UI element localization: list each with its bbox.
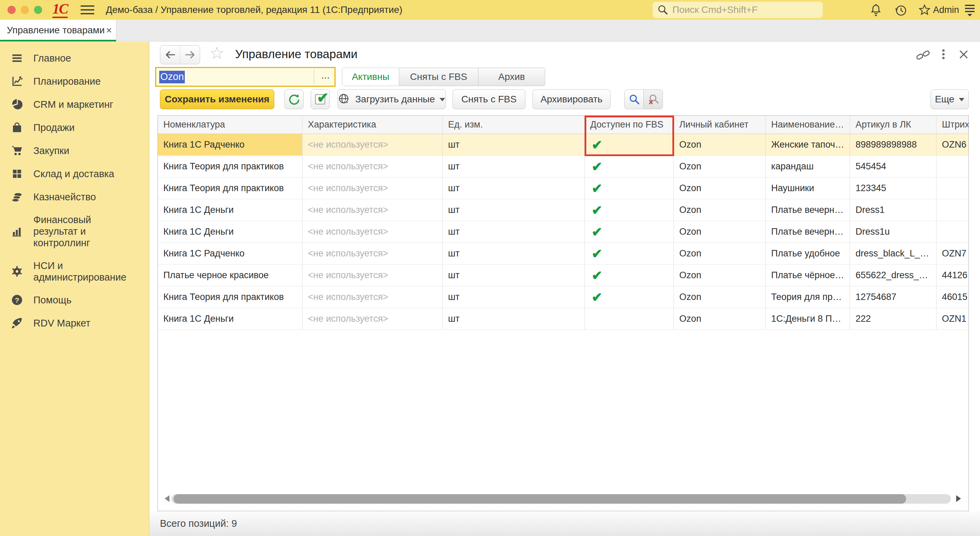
cell-barcode[interactable] [937, 178, 969, 199]
cell-fbs[interactable]: ✔ [585, 243, 674, 264]
sidebar-item-warehouse[interactable]: Склад и доставка [0, 162, 149, 186]
cell-barcode[interactable]: OZN7 [937, 243, 969, 264]
back-button[interactable] [160, 46, 180, 64]
cell-nomenclature[interactable]: Книга 1С Деньги [158, 199, 302, 221]
quick-filter-input[interactable]: Ozon ... [155, 67, 336, 87]
cell-nomenclature[interactable]: Книга 1С Радченко [158, 134, 302, 155]
cell-cabinet[interactable]: Ozon [674, 243, 765, 264]
more-actions-button[interactable]: Еще [931, 89, 969, 109]
cell-unit[interactable]: шт [443, 243, 585, 264]
cell-article[interactable]: 898989898988 [850, 134, 937, 155]
cell-characteristic[interactable]: <не используется> [302, 286, 443, 308]
tab-removed-from-fbs[interactable]: Сняты с FBS [399, 68, 479, 86]
cell-article[interactable]: 123345 [850, 178, 937, 199]
sidebar-item-purchases[interactable]: Закупки [0, 139, 149, 162]
cell-nomenclature[interactable]: Книга Теория для практиков [158, 178, 302, 199]
cell-fbs[interactable]: ✔ [585, 156, 674, 177]
sidebar-item-main[interactable]: Главное [0, 47, 149, 70]
scroll-right-arrow[interactable] [956, 495, 964, 502]
scrollbar-track[interactable] [172, 494, 951, 504]
col-nomenclature[interactable]: Номенклатура [158, 116, 302, 134]
cell-name[interactable]: Женские тапоч… [765, 134, 850, 155]
col-characteristic[interactable]: Характеристика [302, 116, 443, 134]
cell-characteristic[interactable]: <не используется> [302, 243, 443, 264]
cell-name[interactable]: Платье удобное [765, 243, 850, 264]
filter-more-button[interactable]: ... [321, 70, 330, 81]
cell-article[interactable]: 222 [850, 308, 937, 330]
tab-product-management[interactable]: Управление товарами × [0, 20, 116, 41]
refresh-button[interactable] [285, 89, 304, 109]
sidebar-item-treasury[interactable]: Казначейство [0, 186, 149, 208]
cancel-search-button[interactable] [643, 89, 663, 109]
cell-unit[interactable]: шт [443, 286, 585, 308]
history-icon[interactable] [894, 4, 907, 17]
cell-nomenclature[interactable]: Книга 1С Деньги [158, 221, 302, 243]
favorites-star-icon[interactable] [918, 4, 931, 17]
cell-nomenclature[interactable]: Книга Теория для практиков [158, 286, 302, 308]
cell-barcode[interactable]: 44126 [937, 265, 969, 286]
cell-name[interactable]: Платье чёрное… [765, 265, 850, 286]
scroll-left-arrow[interactable] [161, 495, 169, 502]
user-name-label[interactable]: Admin [933, 5, 959, 15]
get-link-icon[interactable] [916, 49, 931, 62]
tab-close-icon[interactable]: × [106, 25, 112, 35]
window-options-kebab-icon[interactable] [942, 48, 945, 60]
table-row[interactable]: Книга 1С Деньги<не используется>шт✔OzonП… [158, 221, 969, 243]
cell-article[interactable]: 545454 [850, 156, 937, 177]
sidebar-item-administration[interactable]: НСИ и администрирование [0, 254, 149, 289]
remove-from-fbs-button[interactable]: Снять с FBS [453, 89, 525, 109]
sidebar-item-help[interactable]: ? Помощь [0, 289, 149, 312]
cell-fbs[interactable]: ✔ [585, 265, 674, 286]
cell-barcode[interactable]: 46015 [937, 286, 969, 308]
cell-characteristic[interactable]: <не используется> [302, 308, 443, 330]
cell-unit[interactable]: шт [443, 134, 585, 155]
cell-cabinet[interactable]: Ozon [674, 308, 765, 330]
col-name[interactable]: Наименование… [765, 116, 850, 134]
cell-cabinet[interactable]: Ozon [674, 265, 765, 286]
cell-characteristic[interactable]: <не используется> [302, 265, 443, 286]
user-menu-icon[interactable] [964, 4, 976, 17]
cell-barcode[interactable] [937, 221, 969, 243]
main-menu-icon[interactable] [80, 5, 95, 15]
save-changes-button[interactable]: Сохранить изменения [160, 89, 274, 109]
cell-fbs[interactable]: ✔ [585, 221, 674, 243]
cell-name[interactable]: Платье вечерн… [765, 221, 850, 243]
cell-characteristic[interactable]: <не используется> [302, 199, 443, 221]
cell-name[interactable]: Наушники [765, 178, 850, 199]
cell-unit[interactable]: шт [443, 156, 585, 177]
cell-characteristic[interactable]: <не используется> [302, 134, 443, 155]
cell-unit[interactable]: шт [443, 199, 585, 221]
sidebar-item-sales[interactable]: Продажи [0, 116, 149, 139]
table-row[interactable]: Книга Теория для практиков<не использует… [158, 156, 969, 178]
cell-article[interactable]: Dress1 [850, 199, 937, 221]
cell-fbs[interactable]: ✔ [585, 134, 674, 155]
col-available-fbs[interactable]: Доступен по FBS [585, 116, 674, 134]
add-to-favorites-star-icon[interactable]: ☆ [209, 43, 224, 63]
cell-characteristic[interactable]: <не используется> [302, 221, 443, 243]
table-row[interactable]: Книга 1С Деньги<не используется>шт✔OzonП… [158, 199, 969, 221]
cell-name[interactable]: карандаш [765, 156, 850, 177]
table-row[interactable]: Платье черное красивое<не используется>ш… [158, 265, 969, 286]
cell-nomenclature[interactable]: Книга Теория для практиков [158, 156, 302, 177]
col-unit[interactable]: Ед. изм. [443, 116, 585, 134]
cell-article[interactable]: dress_black_L_… [850, 243, 937, 264]
cell-barcode[interactable] [937, 199, 969, 221]
cell-cabinet[interactable]: Ozon [674, 156, 765, 177]
global-search-input[interactable]: Поиск Cmd+Shift+F [653, 2, 823, 18]
cell-nomenclature[interactable]: Платье черное красивое [158, 265, 302, 286]
sidebar-item-planning[interactable]: Планирование [0, 70, 149, 93]
cell-unit[interactable]: шт [443, 178, 585, 199]
table-row[interactable]: Книга Теория для практиков<не использует… [158, 178, 969, 199]
cell-characteristic[interactable]: <не используется> [302, 156, 443, 177]
cell-cabinet[interactable]: Ozon [674, 199, 765, 221]
cell-barcode[interactable]: OZN1 [937, 308, 969, 330]
cell-fbs[interactable]: ✔ [585, 178, 674, 199]
col-personal-cabinet[interactable]: Личный кабинет [674, 116, 765, 134]
cell-unit[interactable]: шт [443, 265, 585, 286]
search-button[interactable] [624, 89, 644, 109]
cell-name[interactable]: 1С:Деньги 8 П… [765, 308, 850, 330]
scrollbar-thumb[interactable] [173, 494, 906, 504]
sidebar-item-crm[interactable]: CRM и маркетинг [0, 93, 149, 116]
window-close-button[interactable] [8, 6, 16, 14]
col-article[interactable]: Артикул в ЛК [850, 116, 937, 134]
